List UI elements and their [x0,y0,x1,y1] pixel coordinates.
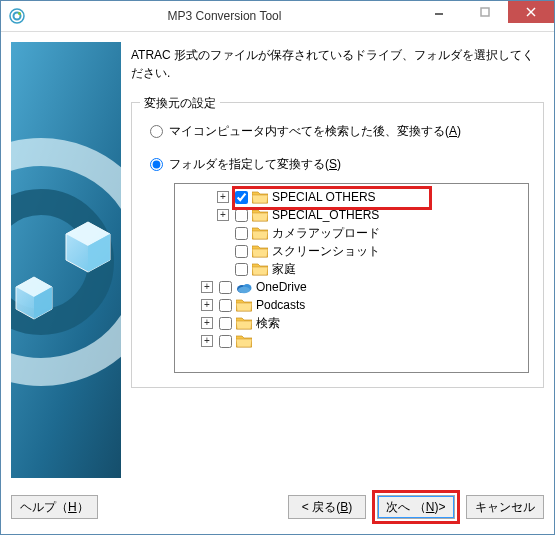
tree-checkbox[interactable] [219,317,232,330]
folder-tree[interactable]: +SPECIAL OTHERS+SPECIAL_OTHERSカメラアップロードス… [174,183,529,373]
footer: ヘルプ（H） < 戻る(B) 次へ （N)> キャンセル [1,484,554,534]
expand-icon[interactable]: + [201,299,213,311]
tree-item[interactable]: カメラアップロード [177,224,526,242]
content-area: ATRAC 形式のファイルが保存されているドライブ、フォルダを選択してください.… [1,32,554,484]
tree-item[interactable]: + [177,332,526,350]
expander-spacer [217,263,229,275]
window: MP3 Conversion Tool [0,0,555,535]
folder-icon [252,190,268,204]
radio-select-folder-label: フォルダを指定して変換する(S) [169,156,341,173]
titlebar: MP3 Conversion Tool [1,1,554,32]
folder-icon [236,334,252,348]
svg-point-18 [238,287,250,293]
tree-checkbox[interactable] [235,263,248,276]
fieldset-legend: 変換元の設定 [140,95,220,112]
radio-search-all[interactable]: マイコンピュータ内すべてを検索した後、変換する(A) [150,123,529,140]
radio-select-folder-input[interactable] [150,158,163,171]
radio-select-folder[interactable]: フォルダを指定して変換する(S) [150,156,529,173]
tree-checkbox[interactable] [219,281,232,294]
tree-item-label: カメラアップロード [272,225,380,242]
onedrive-icon [236,280,252,294]
tree-item[interactable]: +検索 [177,314,526,332]
cancel-button[interactable]: キャンセル [466,495,544,519]
svg-rect-4 [481,8,489,16]
tree-checkbox[interactable] [235,227,248,240]
tree-item[interactable]: +SPECIAL OTHERS [177,188,526,206]
next-button[interactable]: 次へ （N)> [377,495,455,519]
folder-icon [252,244,268,258]
window-controls [416,1,554,31]
tree-item-label: SPECIAL_OTHERS [272,208,379,222]
tree-item[interactable]: +SPECIAL_OTHERS [177,206,526,224]
tree-checkbox[interactable] [219,299,232,312]
tree-item-label: Podcasts [256,298,305,312]
tree-item[interactable]: +Podcasts [177,296,526,314]
expand-icon[interactable]: + [201,335,213,347]
folder-icon [252,208,268,222]
next-button-highlight: 次へ （N)> [372,490,460,524]
tree-checkbox[interactable] [235,209,248,222]
folder-icon [252,226,268,240]
folder-icon [236,316,252,330]
folder-icon [236,298,252,312]
expand-icon[interactable]: + [201,281,213,293]
app-icon [9,8,25,24]
tree-item[interactable]: 家庭 [177,260,526,278]
expander-spacer [217,245,229,257]
tree-item-label: スクリーンショット [272,243,380,260]
tree-item-label: SPECIAL OTHERS [272,190,376,204]
main-panel: ATRAC 形式のファイルが保存されているドライブ、フォルダを選択してください.… [131,42,544,478]
expand-icon[interactable]: + [201,317,213,329]
svg-point-0 [10,9,24,23]
sidebar-image [11,42,121,478]
close-button[interactable] [508,1,554,23]
tree-checkbox[interactable] [219,335,232,348]
help-button[interactable]: ヘルプ（H） [11,495,98,519]
minimize-button[interactable] [416,1,462,23]
source-fieldset: 変換元の設定 マイコンピュータ内すべてを検索した後、変換する(A) フォルダを指… [131,102,544,388]
radio-search-all-label: マイコンピュータ内すべてを検索した後、変換する(A) [169,123,461,140]
back-button[interactable]: < 戻る(B) [288,495,366,519]
folder-icon [252,262,268,276]
expand-icon[interactable]: + [217,209,229,221]
tree-item-label: 検索 [256,315,280,332]
instruction-text: ATRAC 形式のファイルが保存されているドライブ、フォルダを選択してください. [131,46,544,82]
maximize-button[interactable] [462,1,508,23]
tree-checkbox[interactable] [235,245,248,258]
tree-item-label: 家庭 [272,261,296,278]
tree-item-label: OneDrive [256,280,307,294]
expand-icon[interactable]: + [217,191,229,203]
tree-item[interactable]: +OneDrive [177,278,526,296]
window-title: MP3 Conversion Tool [33,9,416,23]
svg-point-2 [18,12,21,15]
radio-search-all-input[interactable] [150,125,163,138]
tree-checkbox[interactable] [235,191,248,204]
expander-spacer [217,227,229,239]
tree-item[interactable]: スクリーンショット [177,242,526,260]
